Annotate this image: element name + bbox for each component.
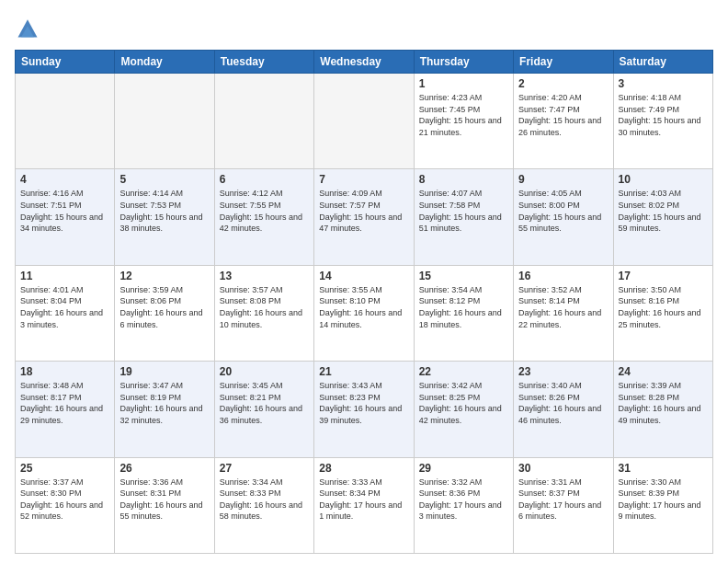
calendar-cell: 28Sunrise: 3:33 AM Sunset: 8:34 PM Dayli…	[314, 457, 414, 553]
calendar-cell: 29Sunrise: 3:32 AM Sunset: 8:36 PM Dayli…	[414, 457, 513, 553]
calendar-cell: 14Sunrise: 3:55 AM Sunset: 8:10 PM Dayli…	[314, 265, 414, 361]
day-number: 20	[220, 365, 309, 378]
day-info: Sunrise: 3:40 AM Sunset: 8:26 PM Dayligh…	[518, 380, 608, 426]
day-number: 29	[419, 462, 508, 475]
col-header-sunday: Sunday	[16, 51, 115, 74]
day-number: 4	[20, 173, 109, 186]
calendar-cell: 19Sunrise: 3:47 AM Sunset: 8:19 PM Dayli…	[115, 362, 214, 457]
day-number: 30	[518, 462, 608, 475]
day-number: 27	[220, 462, 309, 475]
calendar-header-row: SundayMondayTuesdayWednesdayThursdayFrid…	[16, 51, 713, 74]
calendar-cell: 21Sunrise: 3:43 AM Sunset: 8:23 PM Dayli…	[314, 362, 414, 457]
day-number: 21	[319, 365, 408, 378]
header	[15, 15, 713, 40]
calendar-cell: 7Sunrise: 4:09 AM Sunset: 7:57 PM Daylig…	[314, 169, 414, 265]
day-info: Sunrise: 3:47 AM Sunset: 8:19 PM Dayligh…	[119, 380, 209, 426]
day-info: Sunrise: 3:30 AM Sunset: 8:39 PM Dayligh…	[619, 477, 708, 523]
day-info: Sunrise: 3:32 AM Sunset: 8:36 PM Dayligh…	[419, 477, 508, 523]
day-number: 24	[619, 365, 708, 378]
day-number: 15	[419, 270, 508, 282]
col-header-tuesday: Tuesday	[214, 51, 313, 74]
calendar-week-4: 18Sunrise: 3:48 AM Sunset: 8:17 PM Dayli…	[16, 362, 713, 457]
calendar-cell	[214, 74, 313, 169]
day-info: Sunrise: 4:07 AM Sunset: 7:58 PM Dayligh…	[419, 188, 508, 234]
day-number: 13	[220, 270, 309, 282]
calendar-cell: 25Sunrise: 3:37 AM Sunset: 8:30 PM Dayli…	[16, 457, 115, 553]
day-number: 9	[518, 173, 608, 186]
day-number: 25	[20, 462, 109, 475]
day-number: 10	[619, 173, 708, 186]
calendar-week-5: 25Sunrise: 3:37 AM Sunset: 8:30 PM Dayli…	[16, 457, 713, 553]
day-number: 18	[20, 365, 109, 378]
day-info: Sunrise: 3:31 AM Sunset: 8:37 PM Dayligh…	[518, 477, 608, 523]
calendar-cell: 15Sunrise: 3:54 AM Sunset: 8:12 PM Dayli…	[414, 265, 513, 361]
day-info: Sunrise: 4:16 AM Sunset: 7:51 PM Dayligh…	[20, 188, 109, 234]
calendar-table: SundayMondayTuesdayWednesdayThursdayFrid…	[15, 50, 713, 554]
day-info: Sunrise: 4:01 AM Sunset: 8:04 PM Dayligh…	[20, 284, 109, 330]
day-number: 19	[119, 365, 209, 378]
calendar-cell: 31Sunrise: 3:30 AM Sunset: 8:39 PM Dayli…	[613, 457, 712, 553]
day-info: Sunrise: 4:12 AM Sunset: 7:55 PM Dayligh…	[220, 188, 309, 234]
calendar-cell: 13Sunrise: 3:57 AM Sunset: 8:08 PM Dayli…	[214, 265, 313, 361]
day-info: Sunrise: 3:48 AM Sunset: 8:17 PM Dayligh…	[20, 380, 109, 426]
day-info: Sunrise: 3:42 AM Sunset: 8:25 PM Dayligh…	[419, 380, 508, 426]
col-header-friday: Friday	[514, 51, 613, 74]
day-info: Sunrise: 3:43 AM Sunset: 8:23 PM Dayligh…	[319, 380, 408, 426]
calendar-cell: 6Sunrise: 4:12 AM Sunset: 7:55 PM Daylig…	[214, 169, 313, 265]
calendar-cell: 23Sunrise: 3:40 AM Sunset: 8:26 PM Dayli…	[514, 362, 613, 457]
calendar-cell: 8Sunrise: 4:07 AM Sunset: 7:58 PM Daylig…	[414, 169, 513, 265]
day-info: Sunrise: 4:03 AM Sunset: 8:02 PM Dayligh…	[619, 188, 708, 234]
day-number: 11	[20, 270, 109, 282]
day-info: Sunrise: 3:57 AM Sunset: 8:08 PM Dayligh…	[220, 284, 309, 330]
page: SundayMondayTuesdayWednesdayThursdayFrid…	[0, 0, 728, 563]
day-number: 23	[518, 365, 608, 378]
calendar-week-3: 11Sunrise: 4:01 AM Sunset: 8:04 PM Dayli…	[16, 265, 713, 361]
day-info: Sunrise: 3:33 AM Sunset: 8:34 PM Dayligh…	[319, 477, 408, 523]
day-info: Sunrise: 3:50 AM Sunset: 8:16 PM Dayligh…	[619, 284, 708, 330]
calendar-cell: 11Sunrise: 4:01 AM Sunset: 8:04 PM Dayli…	[16, 265, 115, 361]
day-info: Sunrise: 3:37 AM Sunset: 8:30 PM Dayligh…	[20, 477, 109, 523]
day-info: Sunrise: 3:54 AM Sunset: 8:12 PM Dayligh…	[419, 284, 508, 330]
calendar-cell: 22Sunrise: 3:42 AM Sunset: 8:25 PM Dayli…	[414, 362, 513, 457]
calendar-cell: 26Sunrise: 3:36 AM Sunset: 8:31 PM Dayli…	[115, 457, 214, 553]
day-number: 8	[419, 173, 508, 186]
day-info: Sunrise: 4:05 AM Sunset: 8:00 PM Dayligh…	[518, 188, 608, 234]
day-number: 5	[119, 173, 209, 186]
calendar-cell: 24Sunrise: 3:39 AM Sunset: 8:28 PM Dayli…	[613, 362, 712, 457]
day-number: 26	[119, 462, 209, 475]
calendar-cell	[314, 74, 414, 169]
day-number: 7	[319, 173, 408, 186]
day-info: Sunrise: 3:36 AM Sunset: 8:31 PM Dayligh…	[119, 477, 209, 523]
day-number: 22	[419, 365, 508, 378]
day-number: 14	[319, 270, 408, 282]
calendar-cell: 9Sunrise: 4:05 AM Sunset: 8:00 PM Daylig…	[514, 169, 613, 265]
day-info: Sunrise: 4:20 AM Sunset: 7:47 PM Dayligh…	[518, 92, 608, 138]
calendar-cell	[115, 74, 214, 169]
calendar-cell: 30Sunrise: 3:31 AM Sunset: 8:37 PM Dayli…	[514, 457, 613, 553]
col-header-wednesday: Wednesday	[314, 51, 414, 74]
day-number: 2	[518, 77, 608, 90]
calendar-cell: 20Sunrise: 3:45 AM Sunset: 8:21 PM Dayli…	[214, 362, 313, 457]
calendar-cell: 5Sunrise: 4:14 AM Sunset: 7:53 PM Daylig…	[115, 169, 214, 265]
day-info: Sunrise: 4:09 AM Sunset: 7:57 PM Dayligh…	[319, 188, 408, 234]
calendar-cell: 12Sunrise: 3:59 AM Sunset: 8:06 PM Dayli…	[115, 265, 214, 361]
day-number: 3	[619, 77, 708, 90]
calendar-cell: 1Sunrise: 4:23 AM Sunset: 7:45 PM Daylig…	[414, 74, 513, 169]
calendar-cell: 10Sunrise: 4:03 AM Sunset: 8:02 PM Dayli…	[613, 169, 712, 265]
day-info: Sunrise: 3:59 AM Sunset: 8:06 PM Dayligh…	[119, 284, 209, 330]
day-info: Sunrise: 3:45 AM Sunset: 8:21 PM Dayligh…	[220, 380, 309, 426]
day-info: Sunrise: 3:55 AM Sunset: 8:10 PM Dayligh…	[319, 284, 408, 330]
day-number: 31	[619, 462, 708, 475]
calendar-week-2: 4Sunrise: 4:16 AM Sunset: 7:51 PM Daylig…	[16, 169, 713, 265]
day-number: 16	[518, 270, 608, 282]
logo	[15, 15, 44, 40]
day-number: 17	[619, 270, 708, 282]
day-number: 28	[319, 462, 408, 475]
col-header-thursday: Thursday	[414, 51, 513, 74]
day-info: Sunrise: 3:34 AM Sunset: 8:33 PM Dayligh…	[220, 477, 309, 523]
calendar-cell: 27Sunrise: 3:34 AM Sunset: 8:33 PM Dayli…	[214, 457, 313, 553]
calendar-cell	[16, 74, 115, 169]
day-info: Sunrise: 4:23 AM Sunset: 7:45 PM Dayligh…	[419, 92, 508, 138]
col-header-monday: Monday	[115, 51, 214, 74]
calendar-cell: 17Sunrise: 3:50 AM Sunset: 8:16 PM Dayli…	[613, 265, 712, 361]
